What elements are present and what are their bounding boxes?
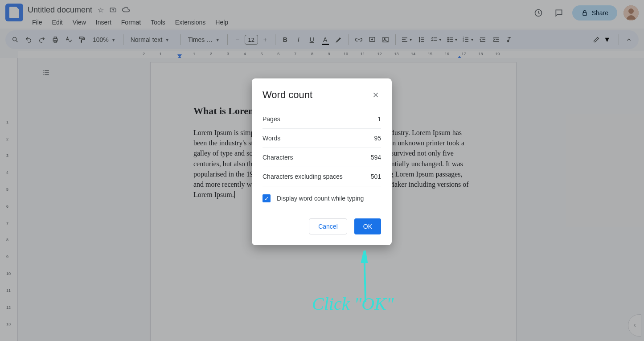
decrease-font-button[interactable]: − [231,33,244,46]
star-icon[interactable]: ☆ [97,6,105,14]
ruler-number: 10 [6,271,11,276]
ok-button[interactable]: OK [354,218,381,234]
docs-logo-icon[interactable] [5,4,23,21]
menu-extensions[interactable]: Extensions [171,17,210,29]
vertical-ruler[interactable]: 12345678910111213 [0,58,18,341]
collapse-toolbar-button[interactable] [623,33,635,46]
menu-bar: File Edit View Insert Format Tools Exten… [28,17,531,29]
zoom-value: 100% [93,36,109,43]
ruler-number: 17 [462,52,466,56]
zoom-select[interactable]: 100%▼ [89,33,119,46]
wc-value: 594 [371,154,381,161]
numbered-list-button[interactable]: 123▼ [460,33,476,46]
menu-tools[interactable]: Tools [146,17,170,29]
ruler-number: 3 [6,153,8,158]
last-edit-icon[interactable] [531,6,546,20]
bold-button[interactable]: B [279,33,291,46]
ruler-number: 19 [495,52,500,56]
ruler-number: 11 [361,52,365,56]
ruler-number: 16 [445,52,449,56]
paragraph-style-select[interactable]: Normal text▼ [127,33,177,46]
italic-button[interactable]: I [292,33,305,46]
ruler-number: 11 [6,288,11,293]
wc-value: 1 [377,115,381,123]
bulleted-list-button[interactable]: ▼ [445,33,460,46]
ruler-number: 12 [377,52,382,56]
show-outline-button[interactable] [39,66,53,79]
underline-button[interactable]: U [306,33,318,46]
document-title[interactable]: Untitled document [28,5,92,15]
style-value: Normal text [131,36,163,43]
titlebar: Untitled document ☆ File Edit View Inser… [0,0,644,29]
highlight-button[interactable] [332,33,345,46]
line-spacing-button[interactable] [415,33,428,46]
ruler-number: 1 [160,52,162,56]
caret-icon: ▼ [409,38,413,42]
decrease-indent-button[interactable] [476,33,489,46]
menu-format[interactable]: Format [117,17,145,29]
text-color-button[interactable]: A [319,33,332,46]
insert-link-button[interactable] [353,33,365,46]
ruler-number: 2 [6,137,8,141]
caret-icon: ▼ [470,38,474,42]
cloud-status-icon[interactable] [122,6,130,14]
ruler-number: 2 [143,52,145,56]
svg-point-14 [447,41,448,42]
menu-edit[interactable]: Edit [48,17,67,29]
ruler-number: 8 [311,52,313,56]
word-count-row: Characters excluding spaces501 [263,167,381,186]
svg-point-3 [628,8,634,14]
clear-formatting-button[interactable] [503,33,516,46]
align-button[interactable]: ▼ [399,33,414,46]
caret-icon: ▼ [165,37,169,42]
account-avatar[interactable] [623,5,639,21]
caret-icon: ▼ [455,38,458,42]
share-button[interactable]: Share [572,5,617,21]
move-icon[interactable] [109,6,117,14]
ruler-number: 4 [6,170,8,175]
word-count-row: Characters594 [263,148,381,167]
search-menus-button[interactable] [9,33,21,46]
caret-icon: ▼ [111,37,116,42]
ruler-number: 12 [6,305,11,310]
checklist-button[interactable]: ▼ [429,33,444,46]
font-value: Times … [188,36,213,43]
ruler-number: 2 [210,52,212,56]
pencil-icon [593,36,600,43]
print-button[interactable] [49,33,62,46]
font-select[interactable]: Times …▼ [185,33,224,46]
wc-label: Words [263,135,280,142]
add-comment-button[interactable] [366,33,378,46]
menu-file[interactable]: File [28,17,47,29]
ruler-number: 1 [6,120,8,124]
menu-help[interactable]: Help [211,17,233,29]
redo-button[interactable] [36,33,48,46]
caret-icon: ▼ [603,36,611,44]
ruler-number: 10 [344,52,348,56]
paint-format-button[interactable] [76,33,88,46]
ruler-number: 9 [6,255,8,259]
ruler-number: 3 [227,52,229,56]
undo-button[interactable] [22,33,35,46]
cancel-button[interactable]: Cancel [309,218,347,234]
svg-text:3: 3 [463,40,464,42]
spellcheck-button[interactable] [62,33,75,46]
insert-image-button[interactable] [379,33,392,46]
caret-icon: ▼ [215,37,220,42]
ruler-number: 5 [6,187,8,192]
title-area: Untitled document ☆ File Edit View Inser… [28,4,531,29]
toolbar: 100%▼ Normal text▼ Times …▼ − 12 + B I U… [5,30,639,49]
menu-view[interactable]: View [68,17,90,29]
svg-point-13 [447,39,448,40]
close-button[interactable] [370,90,381,100]
ruler-number: 6 [277,52,279,56]
svg-point-12 [447,37,448,38]
menu-insert[interactable]: Insert [91,17,116,29]
wc-value: 501 [371,173,381,180]
comments-icon[interactable] [552,6,566,20]
font-size-input[interactable]: 12 [245,35,258,45]
increase-font-button[interactable]: + [259,33,271,46]
editing-mode-button[interactable]: ▼ [588,33,615,46]
increase-indent-button[interactable] [490,33,502,46]
display-while-typing-checkbox[interactable]: ✓ [263,194,271,202]
